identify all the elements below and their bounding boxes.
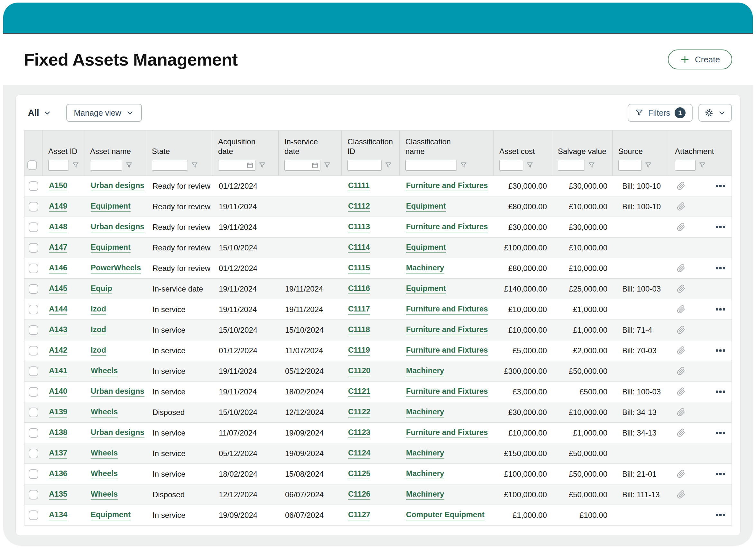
select-all-checkbox[interactable] (27, 160, 37, 170)
row-actions-ellipsis-icon[interactable] (716, 226, 725, 228)
classification-name-link[interactable]: Machinery (406, 366, 444, 376)
classification-name-link[interactable]: Furniture and Fixtures (406, 222, 488, 233)
row-checkbox[interactable] (29, 223, 38, 232)
paperclip-icon[interactable] (677, 346, 686, 355)
row-checkbox[interactable] (29, 284, 38, 294)
funnel-icon[interactable] (526, 161, 534, 169)
paperclip-icon[interactable] (677, 325, 686, 334)
paperclip-icon[interactable] (677, 202, 686, 211)
asset-id-filter-input[interactable] (50, 161, 67, 170)
asset-id-link[interactable]: A147 (49, 243, 67, 253)
paperclip-icon[interactable] (677, 387, 686, 396)
funnel-icon[interactable] (460, 161, 467, 169)
row-actions-ellipsis-icon[interactable] (716, 473, 725, 475)
classification-id-link[interactable]: C1120 (348, 366, 370, 376)
asset-id-link[interactable]: A146 (49, 263, 67, 274)
paperclip-icon[interactable] (677, 490, 686, 499)
asset-name-link[interactable]: PowerWheels (91, 263, 141, 274)
row-checkbox[interactable] (29, 469, 38, 479)
funnel-icon[interactable] (384, 161, 392, 169)
paperclip-icon[interactable] (677, 367, 686, 375)
row-checkbox[interactable] (29, 264, 38, 273)
asset-id-link[interactable]: A150 (49, 181, 67, 191)
classification-id-link[interactable]: C1125 (348, 469, 370, 479)
asset-name-link[interactable]: Urban designs (91, 222, 144, 233)
asset-name-filter-input[interactable] (92, 161, 120, 170)
row-checkbox[interactable] (29, 202, 38, 212)
asset-id-link[interactable]: A138 (49, 428, 67, 438)
classification-id-link[interactable]: C1122 (348, 407, 370, 417)
row-checkbox[interactable] (29, 243, 38, 253)
asset-id-link[interactable]: A143 (49, 325, 67, 335)
row-checkbox[interactable] (29, 407, 38, 417)
classification-name-link[interactable]: Machinery (406, 407, 444, 417)
asset-name-link[interactable]: Izod (91, 345, 106, 356)
asset-id-link[interactable]: A135 (49, 489, 67, 500)
asset-name-link[interactable]: Wheels (91, 448, 118, 459)
calendar-icon[interactable] (246, 162, 254, 169)
classification-name-link[interactable]: Machinery (406, 489, 444, 500)
row-checkbox[interactable] (29, 181, 38, 191)
row-checkbox[interactable] (29, 510, 38, 520)
acquisition-date-filter-input[interactable] (220, 161, 246, 170)
calendar-icon[interactable] (311, 162, 318, 169)
asset-name-link[interactable]: Urban designs (91, 181, 144, 191)
view-selector-dropdown[interactable]: All (28, 108, 51, 118)
asset-name-link[interactable]: Wheels (91, 469, 118, 479)
row-actions-ellipsis-icon[interactable] (716, 390, 725, 393)
funnel-icon[interactable] (191, 161, 198, 169)
classification-id-link[interactable]: C1118 (348, 325, 370, 335)
classification-name-link[interactable]: Machinery (406, 263, 444, 274)
paperclip-icon[interactable] (677, 284, 686, 293)
classification-id-link[interactable]: C1126 (348, 489, 370, 500)
classification-id-link[interactable]: C1119 (348, 345, 370, 356)
classification-name-link[interactable]: Furniture and Fixtures (406, 428, 488, 438)
classification-name-link[interactable]: Machinery (406, 469, 444, 479)
asset-name-link[interactable]: Izod (91, 304, 106, 315)
asset-name-link[interactable]: Izod (91, 325, 106, 335)
classification-id-link[interactable]: C1112 (348, 202, 370, 212)
asset-id-link[interactable]: A149 (49, 202, 67, 212)
asset-id-link[interactable]: A142 (49, 345, 67, 356)
asset-id-link[interactable]: A139 (49, 407, 67, 417)
funnel-icon[interactable] (258, 161, 266, 169)
classification-name-link[interactable]: Furniture and Fixtures (406, 387, 488, 397)
create-button[interactable]: Create (668, 50, 732, 69)
asset-name-link[interactable]: Urban designs (91, 428, 144, 438)
classification-id-link[interactable]: C1127 (348, 510, 370, 520)
paperclip-icon[interactable] (677, 428, 686, 437)
classification-id-filter-input[interactable] (349, 161, 380, 170)
row-actions-ellipsis-icon[interactable] (716, 349, 725, 352)
asset-cost-filter-input[interactable] (501, 161, 521, 170)
classification-id-link[interactable]: C1114 (348, 243, 370, 253)
filters-button[interactable]: Filters 1 (628, 104, 693, 122)
row-checkbox[interactable] (29, 325, 38, 335)
row-checkbox[interactable] (29, 305, 38, 314)
source-filter-input[interactable] (620, 161, 640, 170)
row-actions-ellipsis-icon[interactable] (716, 267, 725, 270)
asset-id-link[interactable]: A141 (49, 366, 67, 376)
asset-id-link[interactable]: A134 (49, 510, 67, 520)
classification-name-link[interactable]: Equipment (406, 243, 446, 253)
classification-name-filter-input[interactable] (407, 161, 455, 170)
classification-name-link[interactable]: Furniture and Fixtures (406, 325, 488, 335)
funnel-icon[interactable] (588, 161, 595, 169)
paperclip-icon[interactable] (677, 264, 686, 273)
classification-id-link[interactable]: C1113 (348, 222, 370, 233)
row-checkbox[interactable] (29, 346, 38, 355)
paperclip-icon[interactable] (677, 223, 686, 232)
row-actions-ellipsis-icon[interactable] (716, 514, 725, 516)
paperclip-icon[interactable] (677, 408, 686, 416)
asset-name-link[interactable]: Wheels (91, 489, 118, 500)
row-actions-ellipsis-icon[interactable] (716, 185, 725, 187)
classification-name-link[interactable]: Equipment (406, 202, 446, 212)
row-actions-ellipsis-icon[interactable] (716, 432, 725, 434)
funnel-icon[interactable] (644, 161, 652, 169)
asset-name-link[interactable]: Urban designs (91, 387, 144, 397)
row-checkbox[interactable] (29, 490, 38, 499)
asset-id-link[interactable]: A137 (49, 448, 67, 459)
paperclip-icon[interactable] (677, 182, 686, 190)
table-settings-button[interactable] (698, 104, 732, 122)
asset-id-link[interactable]: A140 (49, 387, 67, 397)
row-checkbox[interactable] (29, 366, 38, 376)
